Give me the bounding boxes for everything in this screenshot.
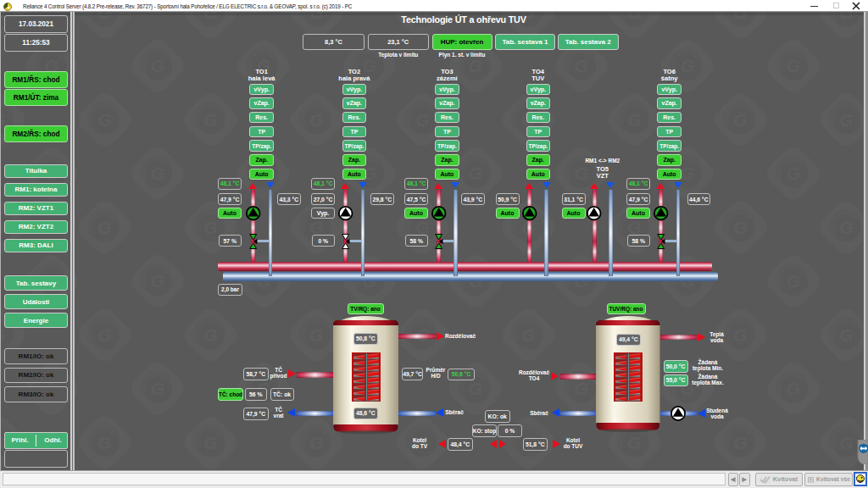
svg-text:G: G — [787, 271, 800, 291]
svg-text:G: G — [839, 325, 853, 345]
svg-text:G: G — [733, 325, 747, 345]
svg-text:G: G — [733, 218, 747, 237]
svg-text:G: G — [839, 433, 853, 452]
svg-text:G: G — [1, 325, 6, 345]
svg-text:G: G — [151, 164, 164, 183]
svg-text:G: G — [97, 110, 111, 130]
svg-text:G: G — [733, 110, 747, 130]
svg-text:G: G — [469, 379, 482, 398]
svg-text:G: G — [151, 56, 164, 75]
svg-text:G: G — [787, 164, 800, 183]
svg-text:G: G — [575, 56, 588, 75]
svg-text:G: G — [415, 110, 429, 130]
svg-text:G: G — [97, 218, 111, 237]
svg-text:G: G — [469, 164, 482, 183]
svg-text:G: G — [151, 379, 164, 398]
svg-text:G: G — [97, 325, 111, 345]
svg-text:G: G — [839, 218, 853, 237]
svg-text:G: G — [627, 110, 641, 130]
svg-text:G: G — [733, 433, 747, 452]
svg-text:G: G — [627, 433, 641, 452]
svg-text:G: G — [203, 433, 217, 452]
svg-text:G: G — [521, 325, 535, 345]
svg-text:G: G — [151, 271, 164, 291]
svg-text:G: G — [309, 110, 323, 130]
svg-text:G: G — [787, 379, 800, 398]
svg-text:G: G — [681, 164, 694, 183]
svg-text:G: G — [575, 379, 588, 398]
svg-text:G: G — [787, 56, 800, 75]
svg-text:G: G — [203, 218, 217, 237]
svg-text:G: G — [97, 433, 111, 452]
svg-text:G: G — [203, 110, 217, 130]
svg-text:G: G — [839, 110, 853, 130]
svg-text:G: G — [309, 325, 323, 345]
svg-text:G: G — [309, 433, 323, 452]
svg-text:G: G — [203, 325, 217, 345]
